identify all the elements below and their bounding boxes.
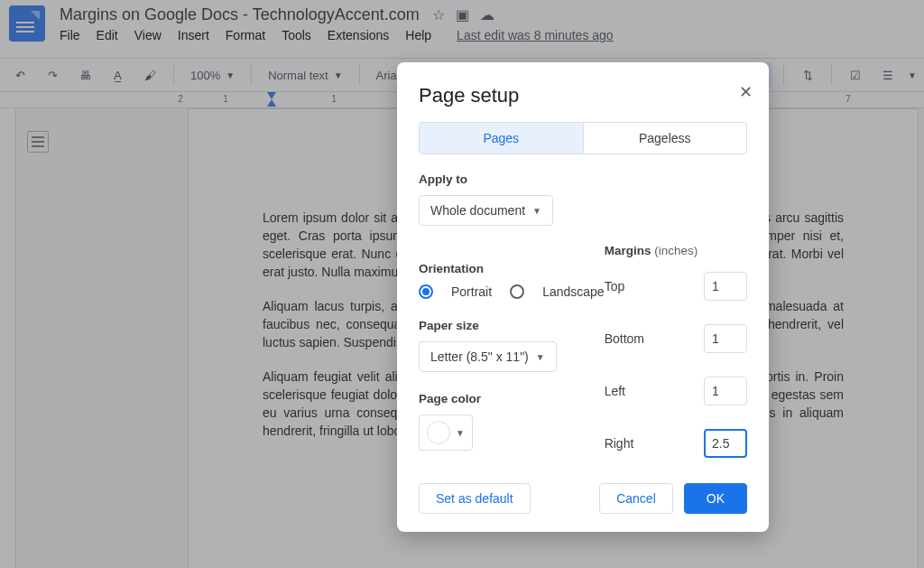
dialog-tabs: Pages Pageless (419, 122, 747, 154)
margin-left-input[interactable] (704, 377, 747, 405)
margin-right-input[interactable] (704, 429, 747, 458)
paper-size-label: Paper size (419, 319, 605, 332)
orientation-landscape-radio[interactable] (510, 284, 524, 299)
set-as-default-button[interactable]: Set as default (419, 483, 531, 514)
orientation-portrait-radio[interactable] (419, 284, 433, 299)
portrait-label: Portrait (451, 284, 492, 299)
margins-heading: Margins (inches) (605, 244, 747, 257)
margin-right-label: Right (605, 436, 704, 451)
tab-pageless[interactable]: Pageless (583, 123, 747, 154)
chevron-down-icon: ▼ (536, 352, 545, 362)
apply-to-label: Apply to (419, 172, 747, 186)
paper-size-value: Letter (8.5" x 11") (430, 349, 529, 364)
orientation-label: Orientation (419, 262, 605, 275)
cancel-button[interactable]: Cancel (599, 483, 673, 514)
tab-pages[interactable]: Pages (420, 123, 583, 154)
page-color-select[interactable]: ▼ (419, 414, 473, 451)
chevron-down-icon: ▼ (456, 428, 465, 438)
ok-button[interactable]: OK (684, 483, 747, 514)
margin-top-input[interactable] (704, 272, 747, 301)
paper-size-select[interactable]: Letter (8.5" x 11") ▼ (419, 341, 557, 372)
margin-bottom-label: Bottom (605, 331, 704, 346)
margin-left-label: Left (605, 384, 704, 398)
dialog-title: Page setup (419, 84, 747, 107)
close-icon[interactable]: ✕ (739, 82, 753, 102)
chevron-down-icon: ▼ (532, 206, 541, 216)
page-color-label: Page color (419, 392, 605, 405)
color-swatch-icon (427, 421, 450, 444)
apply-to-select[interactable]: Whole document ▼ (419, 195, 553, 226)
apply-to-value: Whole document (430, 203, 525, 218)
landscape-label: Landscape (542, 284, 605, 299)
margin-bottom-input[interactable] (704, 324, 747, 353)
page-setup-dialog: Page setup ✕ Pages Pageless Apply to Who… (397, 62, 769, 532)
margin-top-label: Top (605, 279, 704, 293)
